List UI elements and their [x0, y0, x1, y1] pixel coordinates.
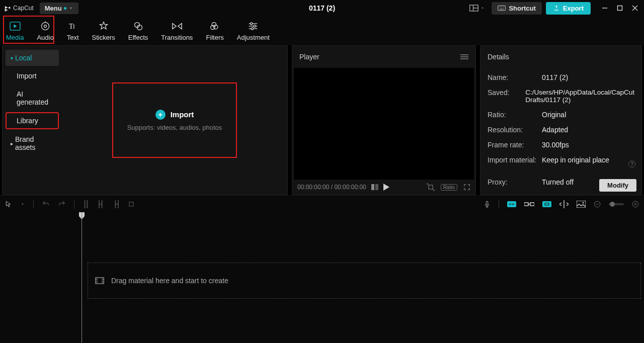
media-drop-area[interactable]: + Import Supports: videos, audios, photo…: [62, 46, 287, 195]
pointer-tool[interactable]: [5, 200, 12, 208]
modify-button[interactable]: Modify: [599, 179, 636, 192]
svg-point-27: [254, 25, 256, 27]
tab-text[interactable]: TI Text: [67, 21, 79, 41]
zoom-out-button[interactable]: [594, 201, 601, 208]
detail-row-import-material: Import material: Keep in original place: [488, 152, 634, 167]
text-icon: TI: [68, 21, 78, 32]
tab-filters[interactable]: Filters: [206, 21, 223, 41]
menu-button[interactable]: Menu: [40, 3, 78, 14]
tab-transitions[interactable]: Transitions: [161, 21, 193, 41]
timeline-drop-track[interactable]: Drag material here and start to create: [88, 263, 641, 299]
app-logo-text: CapCut: [13, 5, 34, 12]
auto-snap-button[interactable]: [524, 201, 534, 208]
close-icon[interactable]: [632, 5, 638, 11]
shortcut-button[interactable]: Shortcut: [492, 2, 541, 15]
caret-right-icon: ▸: [11, 141, 13, 146]
tab-effects[interactable]: Effects: [128, 21, 148, 41]
svg-rect-37: [129, 202, 133, 206]
zoom-slider[interactable]: [609, 203, 624, 205]
split-button[interactable]: [83, 200, 90, 208]
svg-point-25: [251, 22, 253, 24]
maximize-icon[interactable]: [617, 5, 623, 11]
export-icon: [553, 5, 560, 12]
svg-rect-10: [618, 6, 622, 11]
sidebar-item-ai-generated[interactable]: AI generated: [6, 86, 59, 110]
trim-left-button[interactable]: [98, 200, 105, 208]
sidebar-item-library[interactable]: Library: [6, 112, 59, 129]
svg-rect-33: [371, 184, 374, 190]
detail-row-ratio: Ratio: Original: [488, 107, 634, 122]
compare-icon[interactable]: [371, 184, 378, 190]
media-sidebar: ▾ Local Import AI generated Library ▸ Br…: [3, 46, 62, 195]
tab-media[interactable]: Media: [6, 21, 24, 41]
player-title: Player: [299, 53, 319, 61]
svg-rect-38: [486, 201, 488, 205]
import-dropzone[interactable]: + Import Supports: videos, audios, photo…: [112, 82, 237, 158]
undo-button[interactable]: [42, 201, 50, 208]
details-title: Details: [480, 46, 641, 68]
svg-rect-3: [498, 6, 506, 10]
playhead-line: [82, 212, 82, 343]
player-panel: Player 00:00:00:00 / 00:00:00:00 Ratio: [292, 45, 476, 195]
player-timecode: 00:00:00:00 / 00:00:00:00: [297, 184, 366, 191]
menu-indicator-dot: [64, 7, 66, 10]
sidebar-item-import[interactable]: Import: [6, 68, 59, 84]
chevron-down-icon[interactable]: [20, 202, 25, 207]
preview-axis-button[interactable]: [559, 200, 569, 208]
svg-rect-41: [524, 203, 528, 206]
export-label: Export: [563, 5, 584, 12]
titlebar: CapCut Menu 0117 (2) Shortcut Export: [0, 0, 644, 16]
stickers-icon: [99, 21, 109, 32]
audio-icon: [40, 21, 50, 32]
export-button[interactable]: Export: [546, 2, 591, 15]
svg-rect-53: [96, 278, 104, 284]
svg-point-14: [42, 22, 49, 30]
effects-icon: [133, 21, 143, 32]
project-title: 0117 (2): [309, 4, 335, 12]
player-menu-icon[interactable]: [460, 54, 468, 60]
tab-adjustment[interactable]: Adjustment: [237, 21, 270, 41]
chevron-down-icon: [68, 6, 73, 11]
timeline-drop-hint: Drag material here and start to create: [111, 277, 228, 285]
main-track-magnet-button[interactable]: [507, 201, 516, 207]
info-icon[interactable]: ?: [628, 160, 635, 167]
svg-rect-46: [577, 201, 586, 208]
delete-button[interactable]: [128, 201, 135, 208]
window-controls: [602, 5, 638, 11]
linkage-button[interactable]: [542, 201, 551, 207]
layout-preset-button[interactable]: [466, 5, 488, 12]
player-viewport[interactable]: [294, 68, 474, 180]
svg-rect-34: [375, 184, 378, 190]
redo-button[interactable]: [58, 201, 66, 208]
shortcut-label: Shortcut: [509, 5, 535, 12]
tab-audio[interactable]: Audio: [37, 21, 53, 41]
minimize-icon[interactable]: [602, 5, 608, 11]
svg-point-47: [583, 202, 584, 203]
sidebar-item-local[interactable]: ▾ Local: [6, 50, 59, 66]
tab-stickers[interactable]: Stickers: [92, 21, 115, 41]
timeline[interactable]: Drag material here and start to create: [0, 212, 644, 343]
media-panel: ▾ Local Import AI generated Library ▸ Br…: [2, 45, 288, 195]
sidebar-item-brand-assets[interactable]: ▸ Brand assets: [6, 131, 59, 155]
crop-icon[interactable]: [427, 183, 435, 191]
svg-point-15: [44, 25, 47, 27]
fullscreen-icon[interactable]: [463, 184, 470, 191]
film-strip-icon: [95, 277, 104, 284]
filters-icon: [210, 21, 220, 32]
app-logo: CapCut: [4, 5, 34, 12]
import-subtitle: Supports: videos, audios, photos: [127, 124, 222, 131]
ratio-button[interactable]: Ratio: [441, 184, 457, 191]
svg-rect-44: [545, 203, 549, 205]
import-title: Import: [171, 110, 194, 119]
record-audio-button[interactable]: [484, 200, 491, 209]
keyboard-icon: [498, 5, 506, 11]
cover-button[interactable]: [577, 201, 586, 208]
play-button[interactable]: [383, 184, 389, 191]
zoom-in-button[interactable]: [632, 201, 639, 208]
caret-down-icon: ▾: [11, 55, 13, 61]
menu-label: Menu: [45, 5, 62, 12]
media-icon: [10, 21, 21, 32]
details-panel: Details Name: 0117 (2) Saved: C:/Users/H…: [480, 45, 642, 195]
trim-right-button[interactable]: [113, 200, 120, 208]
transitions-icon: [172, 21, 183, 32]
